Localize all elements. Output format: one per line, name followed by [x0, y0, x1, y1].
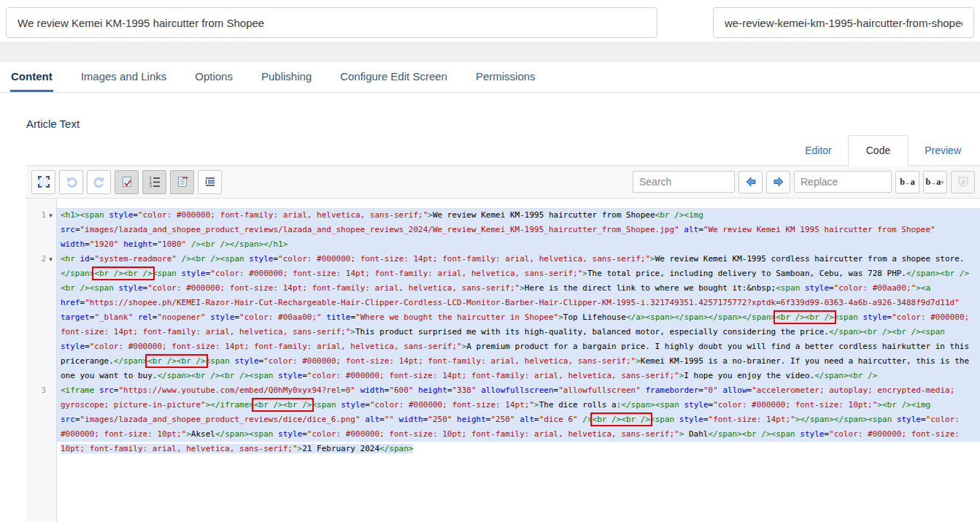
find-previous-button[interactable]	[738, 171, 763, 193]
code-line: target="_blank" rel="noopener" style="co…	[57, 310, 980, 325]
arrow-left-icon	[745, 176, 757, 188]
auto-format-icon	[204, 175, 217, 188]
main-tab-bar: Content Images and Links Options Publish…	[0, 62, 980, 93]
fullscreen-button[interactable]	[31, 170, 55, 194]
tab-permissions[interactable]: Permissions	[475, 62, 536, 92]
redo-button	[87, 170, 111, 194]
search-input[interactable]	[633, 171, 735, 193]
code-line: </span><br /><br /><span style="color: #…	[57, 266, 980, 281]
code-line: font-size: 14pt; font-family: arial, hel…	[57, 325, 980, 339]
replace-all-button[interactable]: b→a+	[923, 171, 947, 193]
code-line: pricerange.</span><br /><br /><span styl…	[57, 354, 980, 369]
gutter-line-number: 2▾	[26, 252, 56, 383]
tab-code[interactable]: Code	[848, 135, 908, 166]
toggle-comment-button: //	[951, 171, 975, 193]
gutter-lines: 1▾2▾3	[26, 199, 57, 522]
validate-document-icon	[120, 175, 134, 188]
fold-arrow-icon[interactable]: ▾	[46, 208, 55, 223]
code-line: width="1920" height="1080" /><br /></spa…	[57, 237, 980, 252]
gutter-line-number: 1▾	[26, 208, 56, 252]
line-number: 1	[34, 208, 46, 223]
tab-content[interactable]: Content	[10, 62, 53, 92]
code-line: src="images/lazada_and_shopee_product_re…	[57, 223, 980, 237]
find-next-button[interactable]	[766, 171, 790, 193]
br-highlight-box: <br /><br />	[776, 312, 833, 322]
code-line: <hr id="system-readmore" /><br /><span s…	[57, 252, 980, 266]
code-line: href="https://shopee.ph/KEMEI-Razor-Hair…	[57, 296, 980, 310]
line-number: 2	[34, 252, 46, 266]
tab-images-and-links[interactable]: Images and Links	[80, 62, 168, 92]
code-editor-toolbar: 1 2 3	[26, 165, 980, 199]
replace-input[interactable]	[794, 171, 892, 193]
code-line: <iframe src="https://www.youtube.com/emb…	[57, 383, 980, 398]
article-text-label: Article Text	[26, 118, 80, 130]
line-number: 3	[34, 383, 46, 398]
fullscreen-icon	[37, 175, 50, 188]
article-title-input[interactable]	[6, 7, 657, 38]
line-numbers-button[interactable]: 1 2 3	[142, 170, 166, 194]
article-alias-input[interactable]	[713, 7, 974, 38]
code-line: 10pt; font-family: arial, helvetica, san…	[57, 442, 980, 456]
code-line: #000000; font-size: 10pt;">Aksel</span><…	[57, 427, 980, 442]
code-editor-widget: 1 2 3	[26, 165, 980, 522]
br-highlight-box: <br /><br />	[254, 400, 312, 410]
tab-options[interactable]: Options	[194, 62, 234, 92]
replace-button[interactable]: b→a	[895, 171, 919, 193]
highlight-active-line-button[interactable]	[170, 170, 194, 194]
tab-preview[interactable]: Preview	[908, 135, 977, 166]
code-rows: <h1><span style="color: #000000; font-fa…	[57, 199, 980, 522]
editor-view-tabs: Editor Code Preview	[789, 135, 977, 166]
code-line: style="color: #000000; font-size: 14pt; …	[57, 339, 980, 354]
auto-format-button[interactable]	[198, 170, 222, 194]
code-line: <br /><span style="color: #000000; font-…	[57, 281, 980, 296]
comment-shield-icon: //	[957, 175, 970, 188]
ordered-list-icon: 1 2 3	[148, 175, 161, 188]
code-editor-area[interactable]: 1▾2▾3 <h1><span style="color: #000000; f…	[26, 199, 980, 522]
undo-icon	[65, 175, 78, 188]
br-highlight-box: <br /><br />	[593, 415, 650, 424]
br-highlight-box: <br /><br />	[94, 269, 152, 278]
tab-configure-edit-screen[interactable]: Configure Edit Screen	[339, 62, 448, 92]
undo-button	[59, 170, 83, 194]
code-line: gyroscope; picture-in-picture"></iframe>…	[57, 398, 980, 412]
svg-text:3: 3	[149, 184, 152, 188]
arrow-right-icon	[773, 176, 784, 188]
header-divider-band	[0, 42, 980, 62]
code-line: src="images/lazada_and_shopee_product_re…	[57, 412, 980, 427]
highlight-active-line-icon	[176, 175, 189, 188]
tab-publishing[interactable]: Publishing	[261, 62, 312, 92]
br-highlight-box: <br /><br />	[147, 356, 205, 366]
validate-button[interactable]	[115, 170, 139, 194]
replace-ba-icon: b→a	[900, 177, 915, 188]
tab-editor[interactable]: Editor	[789, 135, 848, 166]
fold-arrow-icon[interactable]: ▾	[46, 252, 55, 266]
code-line: one you want to buy.</span><br /><br /><…	[57, 369, 980, 383]
find-replace-bar: b→a b→a+ //	[633, 171, 975, 193]
redo-icon	[93, 175, 106, 188]
replace-all-ba-plus-icon: b→a+	[926, 177, 945, 188]
gutter-line-number: 3	[26, 383, 56, 456]
code-line: <h1><span style="color: #000000; font-fa…	[57, 208, 980, 223]
